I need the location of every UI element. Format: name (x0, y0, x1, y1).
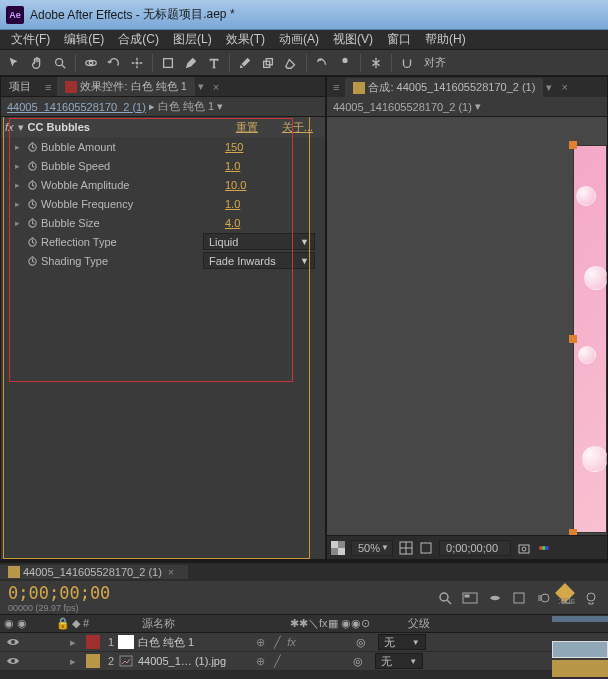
snapshot-icon[interactable] (517, 541, 531, 555)
tab-close-icon[interactable]: × (555, 81, 573, 93)
selection-handle[interactable] (569, 141, 577, 149)
time-display[interactable]: 0;00;00;00 (439, 540, 511, 556)
expand-arrow-icon[interactable]: ▸ (70, 655, 82, 668)
mask-icon[interactable] (419, 541, 433, 555)
stopwatch-icon[interactable] (25, 159, 39, 173)
prop-value[interactable]: 1.0 (225, 160, 325, 172)
menu-layer[interactable]: 图层(L) (166, 31, 219, 48)
menu-edit[interactable]: 编辑(E) (57, 31, 111, 48)
selection-tool-icon[interactable] (4, 53, 24, 73)
pin-tool-icon[interactable] (335, 53, 355, 73)
prop-value[interactable]: 1.0 (225, 198, 325, 210)
menu-help[interactable]: 帮助(H) (418, 31, 473, 48)
clone-tool-icon[interactable] (258, 53, 278, 73)
stopwatch-icon[interactable] (25, 178, 39, 192)
layer-bar-2[interactable] (552, 660, 608, 677)
effect-reset-link[interactable]: 重置 (236, 120, 258, 135)
layer-name[interactable]: 白色 纯色 1 (138, 635, 256, 650)
reflection-type-dropdown[interactable]: Liquid▼ (203, 233, 315, 250)
selection-handle[interactable] (569, 335, 577, 343)
canvas[interactable] (573, 145, 607, 533)
text-tool-icon[interactable] (204, 53, 224, 73)
orbit-tool-icon[interactable] (81, 53, 101, 73)
shy-icon[interactable] (488, 591, 502, 605)
snap-icon[interactable] (397, 53, 417, 73)
mirror-tool-icon[interactable] (366, 53, 386, 73)
stopwatch-icon[interactable] (25, 235, 39, 249)
col-lock-icon[interactable]: 🔒 (56, 617, 72, 630)
zoom-dropdown[interactable]: 50%▼ (351, 540, 393, 556)
parent-dropdown[interactable]: 无▼ (375, 653, 423, 669)
tab-close-icon[interactable]: × (162, 566, 180, 578)
layer-color-swatch[interactable] (86, 635, 100, 649)
menu-comp[interactable]: 合成(C) (111, 31, 166, 48)
tab-menu-icon[interactable]: ≡ (327, 81, 345, 93)
time-ruler[interactable]: :00s (552, 596, 608, 614)
layer-switches[interactable]: ⊕ ╱ (256, 655, 281, 668)
tab-dropdown-icon[interactable]: ▾ (195, 80, 207, 93)
stopwatch-icon[interactable] (25, 197, 39, 211)
menu-file[interactable]: 文件(F) (4, 31, 57, 48)
comp-mini-icon[interactable] (462, 591, 478, 605)
timeline-tab[interactable]: 44005_141605528170_2 (1)× (0, 565, 188, 579)
effect-about-link[interactable]: 关于... (282, 120, 313, 135)
breadcrumb-dropdown-icon[interactable]: ▾ (472, 100, 484, 113)
selection-handle[interactable] (569, 529, 577, 535)
eye-icon[interactable] (4, 637, 22, 647)
prop-value[interactable]: 4.0 (225, 217, 325, 229)
stopwatch-icon[interactable] (25, 216, 39, 230)
brush-tool-icon[interactable] (235, 53, 255, 73)
motion-blur-icon[interactable] (536, 591, 550, 605)
tab-project[interactable]: 项目 (1, 77, 39, 96)
fx-icon[interactable]: fx (5, 121, 14, 133)
layer-name[interactable]: 44005_1… (1).jpg (138, 655, 256, 667)
expand-arrow-icon[interactable]: ▸ (70, 636, 82, 649)
pen-tool-icon[interactable] (181, 53, 201, 73)
rotate-tool-icon[interactable] (104, 53, 124, 73)
frame-blend-icon[interactable] (512, 591, 526, 605)
menu-view[interactable]: 视图(V) (326, 31, 380, 48)
layer-switches[interactable]: ⊕ ╱ fx (256, 636, 296, 649)
pickwhip-icon[interactable]: ◎ (356, 636, 366, 649)
expand-arrow-icon[interactable]: ▸ (15, 161, 25, 171)
grid-icon[interactable] (399, 541, 413, 555)
hand-tool-icon[interactable] (27, 53, 47, 73)
eye-icon[interactable] (4, 656, 22, 666)
comp-link[interactable]: 44005_141605528170_2 (1) (7, 101, 146, 113)
zoom-tool-icon[interactable] (50, 53, 70, 73)
composition-viewer[interactable] (327, 117, 607, 535)
comp-path-name[interactable]: 44005_141605528170_2 (1) (333, 101, 472, 113)
expand-arrow-icon[interactable]: ▸ (15, 199, 25, 209)
tab-effect-controls[interactable]: 效果控件: 白色 纯色 1 (57, 77, 194, 96)
prop-value[interactable]: 150 (225, 141, 325, 153)
menu-window[interactable]: 窗口 (380, 31, 418, 48)
collapse-arrow-icon[interactable]: ▾ (18, 121, 28, 134)
roto-tool-icon[interactable] (312, 53, 332, 73)
col-vis-icon[interactable]: ◉ ◉ (4, 617, 56, 630)
menu-effect[interactable]: 效果(T) (219, 31, 272, 48)
stopwatch-icon[interactable] (25, 254, 39, 268)
breadcrumb-dropdown-icon[interactable]: ▾ (214, 100, 226, 113)
tab-close-icon[interactable]: × (207, 81, 225, 93)
tab-menu-icon[interactable]: ≡ (39, 81, 57, 93)
layer-color-swatch[interactable] (86, 654, 100, 668)
expand-arrow-icon[interactable]: ▸ (15, 142, 25, 152)
search-icon[interactable] (438, 591, 452, 605)
rect-tool-icon[interactable] (158, 53, 178, 73)
prop-value[interactable]: 10.0 (225, 179, 325, 191)
expand-arrow-icon[interactable]: ▸ (15, 218, 25, 228)
current-timecode[interactable]: 0;00;00;00 (8, 583, 110, 603)
col-source-name[interactable]: 源名称 (142, 616, 290, 631)
stopwatch-icon[interactable] (25, 140, 39, 154)
layer-row-2[interactable]: ▸ 2 44005_1… (1).jpg ⊕ ╱ ◎ 无▼ (0, 652, 608, 671)
alpha-icon[interactable] (331, 541, 345, 555)
shading-type-dropdown[interactable]: Fade Inwards▼ (203, 252, 315, 269)
layer-row-1[interactable]: ▸ 1 白色 纯色 1 ⊕ ╱ fx ◎ 无▼ (0, 633, 608, 652)
menu-anim[interactable]: 动画(A) (272, 31, 326, 48)
parent-dropdown[interactable]: 无▼ (378, 634, 426, 650)
layer-bar-1[interactable] (552, 641, 608, 658)
work-area-bar[interactable] (552, 616, 608, 622)
tab-dropdown-icon[interactable]: ▾ (543, 81, 555, 94)
tab-composition[interactable]: 合成: 44005_141605528170_2 (1) (345, 78, 543, 97)
eraser-tool-icon[interactable] (281, 53, 301, 73)
